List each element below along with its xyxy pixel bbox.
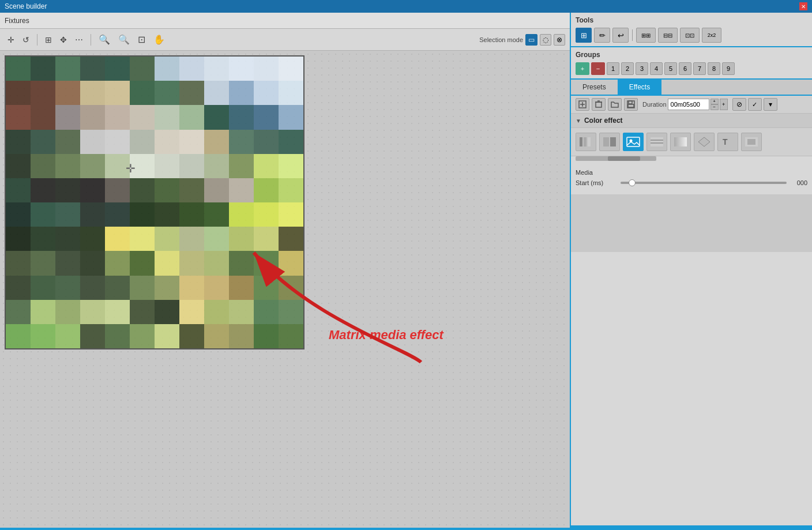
undo-button[interactable]: ↺: [20, 33, 32, 46]
svg-rect-20: [674, 137, 687, 146]
tool-select-grid[interactable]: ⊞: [576, 28, 592, 43]
canvas-viewport[interactable]: ✛ Matrix media effect: [0, 51, 570, 528]
effect-folder-button[interactable]: [608, 98, 622, 111]
duration-extra[interactable]: +: [720, 99, 728, 110]
pixel-grid: [6, 57, 303, 348]
tool-grid-custom[interactable]: 2x2: [702, 28, 721, 43]
duration-label: Duration: [642, 101, 667, 108]
svg-text:T: T: [723, 137, 728, 146]
media-label: Media: [576, 169, 616, 176]
tool-pencil[interactable]: ✏: [594, 28, 610, 43]
select-lasso-button[interactable]: ◌: [540, 34, 551, 46]
effect-confirm-button[interactable]: ✓: [748, 98, 762, 111]
empty-space: [571, 194, 812, 252]
effect-type-bars[interactable]: [599, 133, 620, 151]
group-num-6[interactable]: 6: [679, 62, 691, 75]
tools-row: ⊞ ✏ ↩ ⊞⊞ ⊟⊟ ⊡⊡ 2x2: [576, 28, 807, 43]
svg-rect-10: [580, 137, 582, 146]
distribute-button[interactable]: ⋯: [72, 33, 86, 46]
duration-decrement[interactable]: −: [710, 104, 719, 110]
tool-grid-4[interactable]: ⊞⊞: [636, 28, 656, 43]
svg-rect-15: [627, 137, 640, 146]
tab-effects[interactable]: Effects: [618, 80, 661, 95]
effect-type-text[interactable]: T: [717, 133, 738, 151]
svg-rect-11: [584, 137, 587, 146]
group-num-7[interactable]: 7: [693, 62, 706, 75]
bottom-bar: [0, 528, 812, 530]
select-color-button[interactable]: ⊗: [554, 34, 565, 46]
fixtures-label: Fixtures: [5, 17, 29, 25]
zoom-out-button[interactable]: 🔍: [96, 32, 113, 47]
close-button[interactable]: ✕: [799, 2, 807, 10]
group-num-3[interactable]: 3: [636, 62, 648, 75]
group-remove-button[interactable]: −: [591, 62, 605, 75]
add-fixture-button[interactable]: ✛: [5, 33, 17, 46]
hand-tool-button[interactable]: ✋: [151, 32, 168, 47]
start-slider-thumb[interactable]: [629, 179, 636, 186]
groups-section: Groups + − 1 2 3 4 5 6 7 8 9: [571, 47, 812, 80]
grid-button[interactable]: ⊞: [42, 33, 55, 46]
duration-increment[interactable]: +: [710, 99, 719, 104]
effect-save-button[interactable]: [624, 98, 638, 111]
effect-type-mask[interactable]: [741, 133, 762, 151]
toolbar-separator-1: [37, 34, 37, 46]
selection-mode-area: Selection mode ▭ ◌ ⊗: [479, 34, 565, 46]
annotation-text: Matrix media effect: [329, 328, 443, 343]
start-label: Start (ms): [576, 179, 616, 186]
media-label-row: Media: [576, 169, 807, 176]
effect-delete-button[interactable]: [592, 98, 606, 111]
effect-types-scrollbar-thumb: [608, 156, 640, 161]
collapse-arrow[interactable]: ▼: [576, 118, 581, 124]
group-num-9[interactable]: 9: [722, 62, 735, 75]
effect-end-buttons: ⊘ ✓ ▾: [732, 98, 777, 111]
svg-rect-9: [628, 104, 634, 107]
group-num-4[interactable]: 4: [650, 62, 663, 75]
fit-view-button[interactable]: ⊡: [135, 32, 148, 47]
tool-undo-paint[interactable]: ↩: [612, 28, 629, 43]
svg-marker-21: [698, 137, 710, 146]
toolbar-separator-2: [91, 34, 91, 46]
tools-section: Tools ⊞ ✏ ↩ ⊞⊞ ⊟⊟ ⊡⊡ 2x2: [571, 13, 812, 47]
right-panel: Tools ⊞ ✏ ↩ ⊞⊞ ⊟⊟ ⊡⊡ 2x2 Groups + − 1 2 …: [570, 13, 812, 528]
svg-rect-17: [651, 137, 663, 146]
group-num-5[interactable]: 5: [664, 62, 677, 75]
effect-type-fade[interactable]: [670, 133, 691, 151]
tool-grid-16[interactable]: ⊡⊡: [680, 28, 700, 43]
tools-title: Tools: [576, 16, 807, 24]
duration-stepper: + −: [710, 99, 719, 110]
fixtures-bar: Fixtures: [0, 13, 570, 29]
effects-toolbar: Duration + − + ⊘ ✓ ▾: [571, 96, 812, 114]
start-param-row: Start (ms) 000: [576, 179, 807, 186]
groups-title: Groups: [576, 51, 807, 59]
select-rect-button[interactable]: ▭: [525, 34, 537, 46]
effect-types-scrollbar[interactable]: [576, 156, 656, 161]
selection-mode-label: Selection mode: [479, 36, 523, 43]
effect-type-diamond[interactable]: [694, 133, 715, 151]
effect-add-button[interactable]: [576, 98, 589, 111]
zoom-in-button[interactable]: 🔍: [115, 32, 133, 47]
duration-input[interactable]: [668, 99, 709, 110]
tool-grid-9[interactable]: ⊟⊟: [658, 28, 678, 43]
effect-types-row: T: [571, 128, 812, 156]
svg-rect-12: [588, 137, 591, 146]
groups-row: + − 1 2 3 4 5 6 7 8 9: [576, 62, 807, 75]
app-title: Scene builder: [5, 2, 47, 10]
group-num-8[interactable]: 8: [708, 62, 720, 75]
start-slider[interactable]: [621, 182, 787, 184]
align-button[interactable]: ✥: [57, 33, 70, 46]
group-add-button[interactable]: +: [576, 62, 589, 75]
group-num-2[interactable]: 2: [621, 62, 634, 75]
effect-type-image[interactable]: [623, 133, 644, 151]
effect-cancel-button[interactable]: ⊘: [732, 98, 746, 111]
svg-rect-4: [596, 102, 602, 107]
tab-presets[interactable]: Presets: [571, 80, 618, 95]
svg-rect-24: [747, 139, 755, 145]
start-slider-container: 000: [621, 179, 807, 186]
effect-dropdown-button[interactable]: ▾: [764, 98, 777, 111]
duration-group: Duration + − +: [642, 99, 728, 110]
color-effect-section: ▼ Color effect: [571, 114, 812, 525]
group-num-1[interactable]: 1: [607, 62, 619, 75]
effect-type-gradient[interactable]: [576, 133, 596, 151]
canvas-area: Fixtures ✛ ↺ ⊞ ✥ ⋯ 🔍 🔍 ⊡ ✋ Selection mod…: [0, 13, 570, 528]
effect-type-stripes[interactable]: [646, 133, 667, 151]
